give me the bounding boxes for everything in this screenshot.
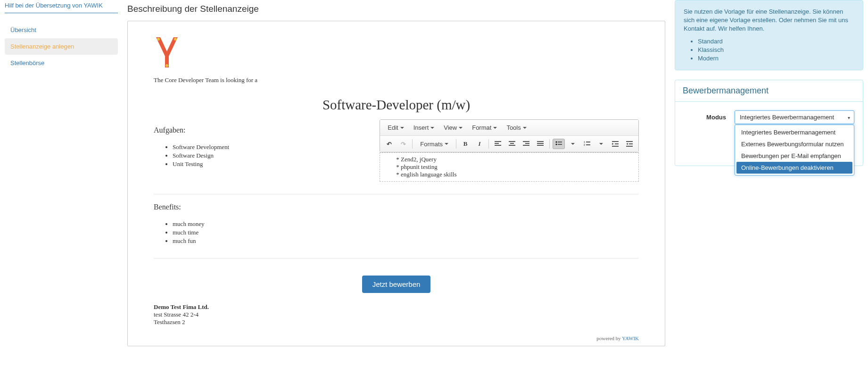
outdent-button[interactable] [609,139,621,149]
svg-rect-6 [509,141,515,142]
svg-point-0 [157,38,160,41]
svg-rect-14 [537,145,544,146]
svg-rect-4 [495,143,499,144]
company-logo-icon [154,35,180,69]
chevron-down-icon: ▾ [848,115,850,120]
svg-rect-7 [510,143,514,144]
section-title: Beschreibung der Stellenanzeige [127,4,665,14]
template-link[interactable]: Modern [698,55,719,62]
modus-dropdown: Integriertes BewerbermanagementExternes … [735,125,854,175]
editor-menu-edit[interactable]: Edit [383,122,408,134]
editor-content[interactable]: Zend2, jQueryphpunit testingenglish lang… [380,152,639,182]
task-list: Software DevelopmentSoftware DesignUnit … [154,143,361,169]
svg-rect-16 [558,142,562,142]
company-name: Demo Test Fima Ltd. [154,303,639,311]
toolbar-separator [412,139,413,149]
company-address-1: test Strasse 42 2-4 [154,311,639,318]
svg-rect-11 [523,145,529,146]
powered-by: powered by YAWIK [154,335,639,341]
task-item: Software Development [173,143,361,151]
skill-item: phpunit testing [396,163,634,171]
skill-item: english language skills [396,171,634,178]
modus-select[interactable]: Integriertes Bewerbermanagement ▾ [735,110,854,124]
svg-rect-26 [626,141,633,142]
svg-point-17 [556,144,557,145]
side-nav: ÜbersichtStellenanzeige anlegenStellenbö… [5,22,118,71]
svg-rect-28 [626,146,633,147]
undo-button[interactable]: ↶ [383,138,395,150]
svg-point-15 [556,142,557,143]
bullet-list-button[interactable] [553,139,565,149]
bullet-list-caret-button[interactable] [567,141,579,147]
skill-item: Zend2, jQuery [396,156,634,163]
editor-menu-tools[interactable]: Tools [502,122,531,134]
indent-button[interactable] [623,139,636,149]
align-justify-button[interactable] [534,139,546,149]
benefit-item: much time [173,228,639,237]
svg-rect-13 [537,143,544,144]
svg-rect-27 [629,143,633,144]
benefit-list: much moneymuch timemuch fun [154,220,639,246]
toolbar-separator [549,139,550,149]
svg-rect-3 [495,141,501,142]
svg-rect-24 [615,143,619,144]
svg-rect-20 [586,142,590,142]
redo-button[interactable]: ↷ [397,138,409,150]
sidebar-item[interactable]: Stellenanzeige anlegen [5,38,118,55]
template-link[interactable]: Standard [698,38,723,45]
svg-rect-5 [495,145,501,146]
svg-rect-8 [509,145,515,146]
editor-menu-view[interactable]: View [439,122,467,134]
svg-point-1 [174,38,177,41]
task-item: Software Design [173,151,361,160]
svg-rect-25 [612,146,619,147]
svg-rect-9 [523,141,529,142]
align-left-button[interactable] [492,139,504,149]
italic-button[interactable]: I [473,138,486,150]
numbered-list-caret-button[interactable] [595,141,607,147]
modus-option[interactable]: Online-Bewerbungen deaktivieren [736,162,852,174]
intro-text: The Core Developer Team is looking for a [154,76,639,84]
svg-rect-18 [558,144,562,145]
benefit-item: much fun [173,237,639,245]
numbered-list-button[interactable]: 12 [581,139,593,149]
company-block: Demo Test Fima Ltd. test Strasse 42 2-4 … [154,303,639,326]
svg-text:2: 2 [584,143,585,146]
align-center-button[interactable] [506,139,518,149]
tasks-heading: Aufgaben: [154,126,361,134]
benefit-item: much money [173,220,639,228]
sidebar-item[interactable]: Übersicht [5,22,118,38]
apply-button[interactable]: Jetzt bewerben [362,276,431,293]
powered-link[interactable]: YAWIK [622,335,639,341]
editor-menu-insert[interactable]: Insert [409,122,439,134]
template-info-box: Sie nutzen die Vorlage für eine Stellena… [675,0,863,70]
applicant-mgmt-panel: Bewerbermanagement Modus Integriertes Be… [675,80,863,166]
modus-option[interactable]: Bewerbungen per E-Mail empfangen [736,150,852,162]
info-text: Sie nutzen die Vorlage für eine Stellena… [684,8,848,32]
job-title: Software-Developer (m/w) [154,97,639,113]
help-link[interactable]: Hilf bei der Übersetzung von YAWIK [5,0,118,13]
editor-menu-format[interactable]: Format [467,122,502,134]
bold-button[interactable]: B [459,138,471,150]
modus-option[interactable]: Integriertes Bewerbermanagement [736,126,852,138]
company-address-2: Testhazsen 2 [154,318,639,326]
svg-point-2 [165,64,168,67]
job-panel: The Core Developer Team is looking for a… [127,21,665,346]
formats-button[interactable]: Formats [415,138,453,150]
benefits-heading: Benefits: [154,203,639,211]
task-item: Unit Testing [173,160,361,168]
svg-rect-23 [612,141,619,142]
svg-rect-22 [586,144,590,145]
svg-rect-10 [525,143,529,144]
toolbar-separator [488,139,489,149]
align-right-button[interactable] [520,139,532,149]
toolbar-separator [456,139,456,149]
sidebar-item[interactable]: Stellenbörse [5,55,118,71]
modus-label: Modus [684,114,726,121]
template-link[interactable]: Klassisch [698,46,724,53]
rich-text-editor: Edit Insert View Format Tools ↶ ↷ Format… [380,119,639,152]
svg-rect-12 [537,141,544,142]
modus-option[interactable]: Externes Bewerbungsformular nutzen [736,138,852,150]
panel-title: Bewerbermanagement [675,80,863,102]
